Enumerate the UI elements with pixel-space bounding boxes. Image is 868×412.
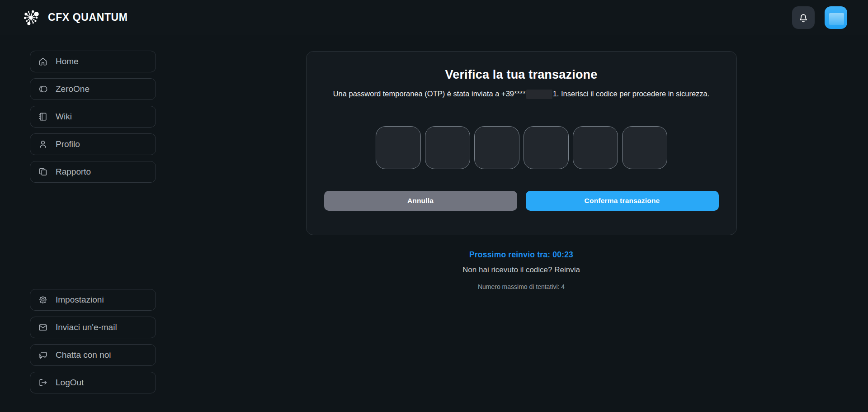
sidebar-item-label: Chatta con noi	[56, 350, 111, 360]
sidebar-item-label: Impostazioni	[56, 295, 104, 305]
resend-block: Prossimo reinvio tra: 00:23 Non hai rice…	[462, 250, 580, 290]
sidebar-item-logout[interactable]: LogOut	[30, 372, 156, 393]
avatar-image	[829, 13, 844, 25]
sidebar-item-label: Home	[56, 57, 79, 66]
otp-description-suffix: 1. Inserisci il codice per procedere in …	[553, 90, 710, 98]
sidebar: Home ZeroOne Wiki	[0, 35, 156, 412]
max-attempts-text: Numero massimo di tentativi: 4	[462, 283, 580, 290]
copy-pages-icon	[38, 167, 48, 177]
sidebar-item-label: Profilo	[56, 139, 80, 149]
sidebar-item-zeroone[interactable]: ZeroOne	[30, 78, 156, 100]
otp-input-5[interactable]	[573, 126, 618, 169]
sidebar-spacer	[30, 189, 156, 289]
sidebar-item-label: LogOut	[56, 378, 84, 388]
otp-card-description: Una password temporanea (OTP) è stata in…	[333, 90, 710, 99]
bell-icon	[797, 12, 809, 24]
cfx-network-logo-icon	[20, 7, 42, 28]
resend-countdown: Prossimo reinvio tra: 00:23	[462, 250, 580, 260]
otp-input-2[interactable]	[425, 126, 470, 169]
home-icon	[38, 57, 48, 66]
otp-input-3[interactable]	[474, 126, 519, 169]
sidebar-item-profilo[interactable]: Profilo	[30, 133, 156, 155]
otp-input-1[interactable]	[376, 126, 421, 169]
chat-bubbles-icon	[38, 350, 48, 360]
otp-input-group	[376, 126, 667, 169]
otp-description-prefix: Una password temporanea (OTP) è stata in…	[333, 90, 526, 98]
envelope-icon	[38, 322, 48, 332]
app-header: CFX QUANTUM	[0, 0, 868, 35]
confirm-transaction-button[interactable]: Conferma transazione	[526, 191, 719, 211]
sidebar-item-impostazioni[interactable]: Impostazioni	[30, 289, 156, 311]
otp-verification-card: Verifica la tua transazione Una password…	[306, 51, 737, 235]
otp-card-title: Verifica la tua transazione	[445, 68, 597, 82]
brand-title: CFX QUANTUM	[48, 11, 128, 24]
main-content: Verifica la tua transazione Una password…	[156, 35, 868, 412]
user-avatar[interactable]	[825, 6, 847, 29]
sidebar-item-label: Inviaci un'e-mail	[56, 322, 117, 332]
sidebar-item-email[interactable]: Inviaci un'e-mail	[30, 317, 156, 338]
brand: CFX QUANTUM	[20, 7, 128, 28]
phone-number-redaction	[526, 90, 552, 99]
sidebar-item-rapporto[interactable]: Rapporto	[30, 161, 156, 183]
otp-input-6[interactable]	[622, 126, 667, 169]
notebook-icon	[38, 112, 48, 122]
otp-input-4[interactable]	[524, 126, 569, 169]
sidebar-item-chat[interactable]: Chatta con noi	[30, 344, 156, 366]
sidebar-item-label: Rapporto	[56, 167, 91, 177]
sidebar-item-label: Wiki	[56, 112, 72, 122]
sidebar-item-label: ZeroOne	[56, 84, 90, 94]
sidebar-item-wiki[interactable]: Wiki	[30, 106, 156, 128]
notifications-button[interactable]	[792, 6, 815, 29]
sidebar-item-home[interactable]: Home	[30, 51, 156, 72]
user-icon	[38, 139, 48, 149]
coin-icon	[38, 84, 48, 94]
cancel-button[interactable]: Annulla	[324, 191, 517, 211]
logout-icon	[38, 378, 48, 388]
resend-link[interactable]: Non hai ricevuto il codice? Reinvia	[462, 265, 580, 275]
gear-icon	[38, 295, 48, 305]
